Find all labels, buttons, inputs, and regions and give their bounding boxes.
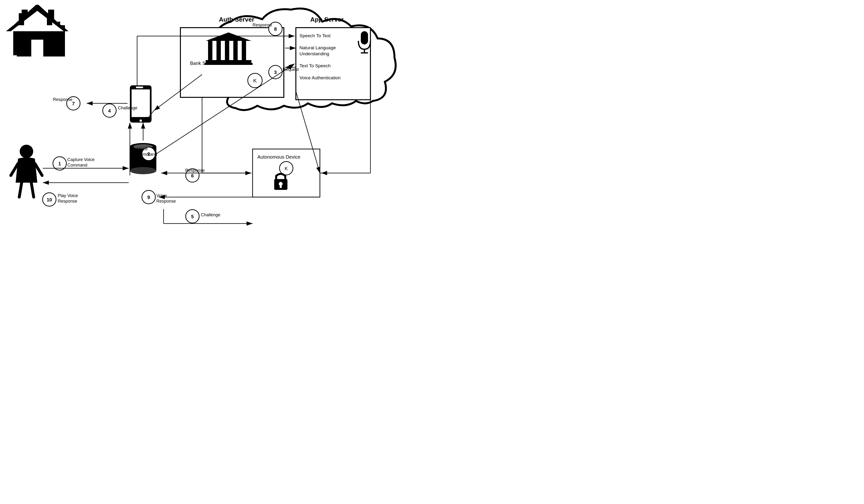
svg-point-33 [20, 145, 33, 158]
step-8-label: Response [253, 23, 272, 27]
svg-text:K: K [285, 166, 288, 171]
svg-line-36 [19, 183, 22, 197]
diagram: Auth Server App Server Bank Services K [0, 0, 432, 252]
nlu-label: Natural Language [299, 45, 336, 50]
svg-text:3: 3 [274, 70, 277, 75]
svg-text:Response: Response [156, 199, 176, 204]
step-1-label: Capture Voice [67, 157, 95, 162]
auth-server-label: Auth Server [219, 16, 254, 23]
step-4-label: Challenge [118, 106, 137, 110]
svg-text:8: 8 [274, 26, 277, 32]
svg-rect-15 [216, 41, 221, 60]
svg-rect-41 [280, 185, 282, 188]
phone-icon [130, 85, 152, 123]
step-5-label: Challenge [201, 212, 220, 217]
svg-text:10: 10 [47, 197, 52, 202]
svg-point-28 [140, 120, 142, 122]
step-7-label: Response [53, 97, 72, 102]
step-2-label: Voice [137, 146, 148, 151]
step-10-label: Play Voice [58, 193, 78, 198]
svg-rect-11 [19, 13, 24, 25]
svg-rect-27 [136, 87, 143, 88]
svg-text:K: K [253, 78, 257, 84]
voice-auth-label: Voice Authentication [299, 75, 340, 80]
understanding-label: Understanding [299, 51, 329, 56]
tts-label: Text To Speech [299, 63, 331, 68]
svg-rect-12 [47, 13, 52, 25]
bank-services-label: Bank Services [190, 61, 221, 66]
svg-text:Command: Command [137, 152, 157, 157]
home-icon-main [6, 6, 69, 55]
svg-text:4: 4 [108, 108, 111, 113]
svg-text:1: 1 [58, 161, 61, 166]
svg-rect-10 [31, 40, 43, 55]
svg-text:Command: Command [67, 163, 87, 168]
autonomous-device-label: Autonomous Device [257, 154, 300, 160]
app-server-label: App Server [310, 16, 344, 23]
speech-to-text-label: Speech To Text [299, 33, 331, 38]
svg-rect-22 [361, 31, 368, 45]
svg-rect-16 [225, 41, 229, 60]
person-icon [11, 145, 42, 197]
svg-text:9: 9 [147, 195, 150, 200]
svg-rect-18 [242, 41, 246, 60]
svg-rect-14 [208, 41, 212, 60]
svg-text:5: 5 [191, 214, 194, 219]
svg-rect-26 [132, 89, 150, 117]
step-3-label: Request [283, 67, 299, 72]
svg-text:Response: Response [58, 199, 77, 204]
svg-rect-17 [233, 41, 238, 60]
svg-point-31 [130, 167, 156, 174]
svg-text:7: 7 [72, 101, 74, 106]
svg-line-37 [31, 183, 34, 197]
svg-text:6: 6 [191, 173, 194, 178]
